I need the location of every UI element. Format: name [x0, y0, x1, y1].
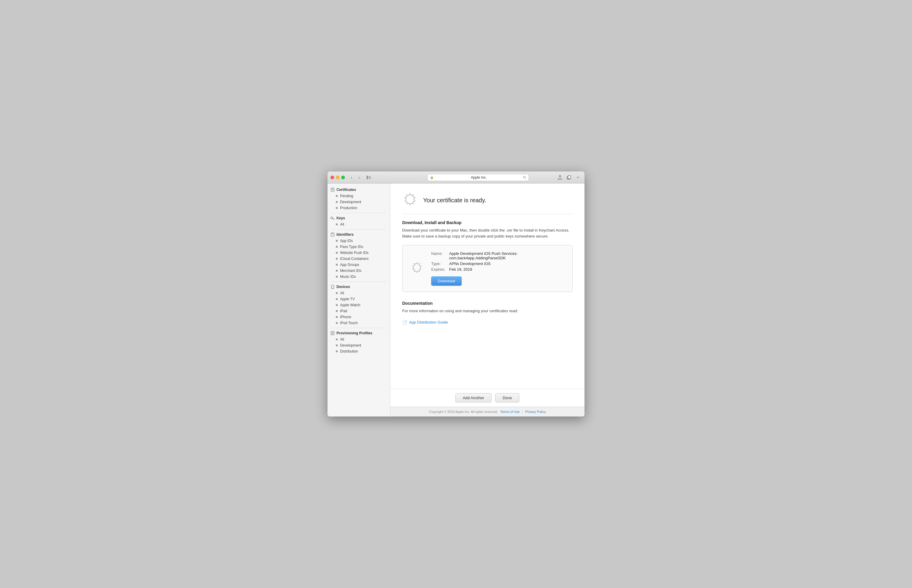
- sidebar-item-ipad[interactable]: iPad: [328, 308, 390, 314]
- bullet-icon: [336, 351, 338, 352]
- maximize-button[interactable]: [341, 176, 345, 179]
- cert-badge-icon: [402, 192, 418, 208]
- sidebar-item-profiles-distribution[interactable]: Distribution: [328, 348, 390, 354]
- sidebar-item-ipod-touch[interactable]: iPod Touch: [328, 320, 390, 326]
- sidebar-item-apple-tv[interactable]: Apple TV: [328, 296, 390, 302]
- profiles-all-label: All: [340, 337, 344, 341]
- devices-icon: [331, 285, 335, 289]
- bullet-icon: [336, 310, 338, 312]
- identifiers-header: Identifiers: [328, 231, 390, 238]
- cert-type-label: Type:: [431, 262, 449, 266]
- address-bar[interactable]: 🔒 Apple Inc. ↻: [427, 174, 529, 181]
- ipad-label: iPad: [340, 309, 347, 313]
- documentation-title: Documentation: [402, 301, 573, 306]
- cert-ready-header: Your certificate is ready.: [402, 192, 573, 214]
- sidebar-item-pass-type-ids[interactable]: Pass Type IDs: [328, 244, 390, 250]
- sidebar-item-merchant-ids[interactable]: Merchant IDs: [328, 268, 390, 274]
- reload-button[interactable]: ↻: [523, 175, 526, 179]
- cert-type-row: Type: APNs Development iOS: [431, 262, 565, 266]
- page-footer: Copyright © 2018 Apple Inc. All rights r…: [390, 407, 584, 417]
- music-ids-label: Music IDs: [340, 275, 356, 279]
- browser-window: ‹ › 🔒 Apple Inc. ↻: [328, 171, 584, 417]
- toolbar-right: +: [557, 174, 581, 181]
- sidebar-item-apple-watch[interactable]: Apple Watch: [328, 302, 390, 308]
- cert-name-label: Name:: [431, 251, 449, 260]
- sidebar-item-profiles-development[interactable]: Development: [328, 342, 390, 348]
- svg-rect-12: [332, 234, 334, 234]
- doc-link-text: App Distribution Guide: [409, 320, 448, 325]
- bullet-icon: [336, 304, 338, 306]
- main-content: Certificates Pending Development Product…: [328, 183, 584, 417]
- close-button[interactable]: [331, 176, 334, 179]
- bullet-icon: [336, 240, 338, 242]
- sidebar-item-devices-all[interactable]: All: [328, 290, 390, 296]
- identifiers-icon: [331, 233, 335, 237]
- content-footer: Add Another Done: [390, 389, 584, 407]
- download-install-text: Download your certificate to your Mac, t…: [402, 227, 573, 239]
- sidebar-item-profiles-all[interactable]: All: [328, 336, 390, 342]
- bullet-icon: [336, 298, 338, 300]
- sidebar-item-production[interactable]: Production: [328, 205, 390, 211]
- download-install-section: Download, Install and Backup Download yo…: [402, 220, 573, 239]
- devices-section: Devices All Apple TV Apple Watch iPad: [328, 284, 390, 326]
- bullet-icon: [336, 246, 338, 248]
- app-distribution-guide-link[interactable]: 📄 App Distribution Guide: [402, 320, 573, 325]
- add-another-button[interactable]: Add Another: [455, 393, 492, 402]
- bullet-icon: [336, 339, 338, 340]
- devices-all-label: All: [340, 291, 344, 295]
- certificate-icon: [331, 187, 335, 192]
- sidebar: Certificates Pending Development Product…: [328, 183, 390, 417]
- certificates-label: Certificates: [336, 187, 356, 192]
- sidebar-item-iphone[interactable]: iPhone: [328, 314, 390, 320]
- download-button[interactable]: Download: [431, 276, 462, 286]
- keys-all-label: All: [340, 222, 344, 226]
- cert-info-badge-icon: [410, 262, 424, 276]
- merchant-ids-label: Merchant IDs: [340, 268, 361, 273]
- cert-info-details: Name: Apple Development iOS Push Service…: [431, 251, 565, 286]
- copyright-text: Copyright © 2018 Apple Inc. All rights r…: [429, 410, 498, 414]
- production-label: Production: [340, 206, 357, 210]
- apple-tv-label: Apple TV: [340, 297, 355, 301]
- cert-name-value: Apple Development iOS Push Services: com…: [449, 251, 565, 260]
- ipod-touch-label: iPod Touch: [340, 321, 358, 325]
- profiles-distribution-label: Distribution: [340, 349, 358, 354]
- done-button[interactable]: Done: [495, 393, 519, 402]
- sidebar-item-icloud-containers[interactable]: iCloud Containers: [328, 256, 390, 262]
- bullet-icon: [336, 264, 338, 266]
- sidebar-item-app-groups[interactable]: App Groups: [328, 262, 390, 268]
- icloud-containers-label: iCloud Containers: [340, 257, 368, 261]
- sidebar-item-pending[interactable]: Pending: [328, 193, 390, 199]
- documentation-section: Documentation For more information on us…: [402, 301, 573, 325]
- bullet-icon: [336, 276, 338, 278]
- share-button[interactable]: [557, 174, 563, 181]
- website-push-ids-label: Website Push IDs: [340, 251, 368, 255]
- duplicate-button[interactable]: [565, 174, 573, 181]
- key-icon: [331, 216, 335, 220]
- content-panel: Your certificate is ready. Download, Ins…: [390, 183, 584, 417]
- sidebar-item-development[interactable]: Development: [328, 199, 390, 205]
- bullet-icon: [336, 322, 338, 324]
- sidebar-item-music-ids[interactable]: Music IDs: [328, 274, 390, 279]
- svg-rect-3: [368, 178, 371, 179]
- divider-4: [331, 328, 386, 328]
- cert-expires-label: Expires:: [431, 267, 449, 271]
- svg-rect-1: [368, 176, 371, 177]
- sidebar-item-keys-all[interactable]: All: [328, 221, 390, 227]
- privacy-link[interactable]: Privacy Policy: [525, 410, 546, 414]
- bullet-icon: [336, 316, 338, 318]
- sidebar-toggle-button[interactable]: [365, 174, 372, 181]
- traffic-lights: [331, 176, 345, 179]
- minimize-button[interactable]: [336, 176, 339, 179]
- keys-section: Keys All: [328, 215, 390, 227]
- new-tab-button[interactable]: +: [574, 174, 581, 181]
- terms-link[interactable]: Terms of Use: [500, 410, 520, 414]
- sidebar-item-app-ids[interactable]: App IDs: [328, 238, 390, 244]
- profiles-development-label: Development: [340, 343, 361, 347]
- provisioning-label: Provisioning Profiles: [336, 331, 372, 335]
- back-button[interactable]: ‹: [348, 174, 355, 181]
- identifiers-section: Identifiers App IDs Pass Type IDs Websit…: [328, 231, 390, 279]
- app-ids-label: App IDs: [340, 239, 353, 243]
- cert-expires-row: Expires: Feb 19, 2019: [431, 267, 565, 271]
- forward-button[interactable]: ›: [355, 174, 363, 181]
- sidebar-item-website-push-ids[interactable]: Website Push IDs: [328, 250, 390, 256]
